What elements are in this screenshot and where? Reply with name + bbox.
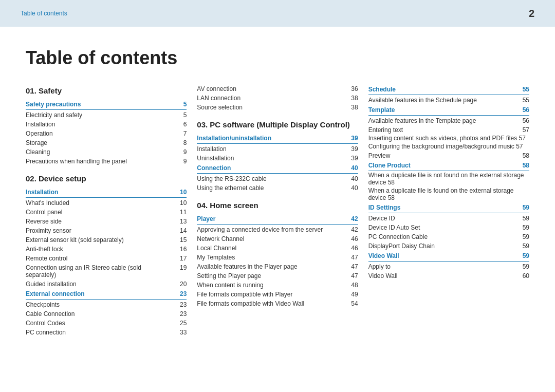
toc-item-label: Using the ethernet cable [197, 184, 347, 192]
toc-item-label: My Templates [197, 254, 347, 261]
column-1: 01. Safety Safety precautions5Electricit… [26, 84, 197, 345]
toc-multiline-item: When a duplicate file is found on the ex… [368, 187, 529, 202]
toc-item-label: DisplayPort Daisy Chain [368, 242, 519, 250]
column-3: Schedule55Available features in the Sche… [368, 84, 529, 345]
main-content: Table of contents 01. Safety Safety prec… [0, 27, 555, 392]
toc-link-label: Schedule [368, 86, 396, 93]
toc-item-page: 20 [176, 281, 187, 288]
toc-multiline-item: Configuring the background image/backgro… [368, 143, 529, 151]
toc-item: Connection using an IR Stereo cable (sol… [26, 263, 187, 279]
toc-item-label: Uninstallation [197, 155, 347, 162]
section-pc-software: 03. PC software (Multiple Display Contro… [197, 120, 358, 193]
toc-item: Cable Connection23 [26, 309, 187, 319]
section-pc-heading: 03. PC software (Multiple Display Contro… [197, 120, 358, 129]
toc-item: Control Codes25 [26, 319, 187, 328]
toc-link-item[interactable]: Clone Product58 [368, 160, 529, 171]
toc-link-label: Template [368, 106, 395, 114]
toc-item-label: Operation [26, 130, 176, 137]
toc-item-page: 60 [519, 272, 529, 279]
toc-link-page: 42 [351, 215, 358, 222]
toc-item-label: Precautions when handling the panel [26, 158, 176, 165]
toc-item-label: Available features in the Schedule page [368, 97, 519, 104]
toc-item: File formats compatible with Player49 [197, 290, 358, 299]
toc-item-page: 11 [176, 209, 187, 216]
toc-link-item[interactable]: Installation10 [26, 187, 187, 198]
toc-link-page: 5 [183, 101, 187, 108]
toc-link-item[interactable]: Video Wall59 [368, 251, 529, 262]
toc-item-label: Control panel [26, 209, 176, 216]
toc-item-label: File formats compatible with Video Wall [197, 300, 347, 307]
toc-item: PC connection33 [26, 328, 187, 337]
toc-item-label: Cable Connection [26, 310, 176, 318]
toc-item-label: Using the RS-232C cable [197, 175, 347, 182]
toc-link-label: Installation [26, 189, 58, 196]
toc-item-page: 46 [348, 245, 358, 252]
toc-item-page: 19 [176, 264, 187, 278]
toc-item-label: Network Channel [197, 235, 347, 242]
toc-item-label: Device ID [368, 215, 519, 222]
toc-item-label: Reverse side [26, 218, 176, 225]
toc-link-page: 59 [523, 252, 529, 259]
toc-item-label: Device ID Auto Set [368, 224, 519, 231]
toc-link-item[interactable]: ID Settings59 [368, 202, 529, 213]
toc-item-label: File formats compatible with Player [197, 291, 347, 298]
toc-item: Available features in the Schedule page5… [368, 96, 529, 105]
toc-link-page: 58 [523, 162, 529, 169]
toc-item-label: PC connection [26, 329, 176, 336]
toc-item: When content is running48 [197, 281, 358, 290]
toc-item-page: 23 [176, 301, 187, 308]
toc-item: Local Channel46 [197, 244, 358, 253]
toc-multiline-item: When a duplicate file is not found on th… [368, 172, 529, 187]
toc-item: Using the ethernet cable40 [197, 183, 358, 193]
toc-item: Preview58 [368, 151, 529, 160]
toc-item: Video Wall60 [368, 271, 529, 281]
header-bar: Table of contents 2 [0, 0, 555, 27]
toc-item-page: 15 [176, 236, 187, 244]
section-home-screen: 04. Home screen Player42Approving a conn… [197, 201, 358, 308]
toc-item-label: Source selection [197, 104, 347, 111]
toc-link-page: 40 [351, 164, 358, 172]
toc-item: Installation39 [197, 144, 358, 154]
toc-item: External sensor kit (sold separately)15 [26, 235, 187, 245]
toc-item-label: Available features in the Player page [197, 263, 347, 270]
toc-item-page: 38 [348, 104, 358, 111]
toc-link-item[interactable]: Player42 [197, 214, 358, 225]
toc-item-label: Remote control [26, 255, 176, 262]
toc-item-page: 54 [348, 300, 358, 307]
toc-item-label: What's Included [26, 199, 176, 207]
toc-item-label: Local Channel [197, 245, 347, 252]
toc-link-item[interactable]: Safety precautions5 [26, 99, 187, 110]
toc-link-item[interactable]: Schedule55 [368, 84, 529, 95]
toc-item: Control panel11 [26, 208, 187, 217]
toc-item-page: 9 [176, 148, 187, 156]
toc-item: Apply to59 [368, 262, 529, 271]
toc-item-page: 8 [176, 139, 187, 146]
toc-link-item[interactable]: Template56 [368, 105, 529, 116]
toc-item-page: 47 [348, 263, 358, 270]
toc-item-page: 39 [348, 145, 358, 153]
toc-item: Installation6 [26, 120, 187, 129]
toc-item-label: AV connection [197, 85, 347, 92]
toc-item-page: 17 [176, 255, 187, 262]
toc-item: LAN connection38 [197, 94, 358, 103]
toc-item-page: 16 [176, 246, 187, 253]
toc-link-item[interactable]: External connection23 [26, 289, 187, 300]
toc-link-label: Player [197, 215, 215, 222]
toc-item-page: 38 [348, 95, 358, 102]
toc-item-label: Electricity and safety [26, 111, 176, 119]
toc-item-page: 36 [348, 85, 358, 92]
toc-item-page: 49 [348, 291, 358, 298]
toc-link-item[interactable]: Installation/uninstallation39 [197, 133, 358, 144]
toc-item: Using the RS-232C cable40 [197, 174, 358, 183]
toc-item: Checkpoints23 [26, 300, 187, 309]
toc-link-item[interactable]: Connection40 [197, 163, 358, 174]
toc-item-label: Control Codes [26, 320, 176, 327]
toc-link-label: Installation/uninstallation [197, 135, 271, 142]
toc-item-page: 47 [348, 272, 358, 279]
section-safety-heading: 01. Safety [26, 86, 187, 95]
toc-item-page: 6 [176, 121, 187, 128]
toc-item-label: Approving a connected device from the se… [197, 226, 347, 233]
toc-item-page: 23 [176, 310, 187, 318]
toc-item-label: Entering text [368, 126, 519, 134]
toc-item-page: 59 [519, 215, 529, 222]
